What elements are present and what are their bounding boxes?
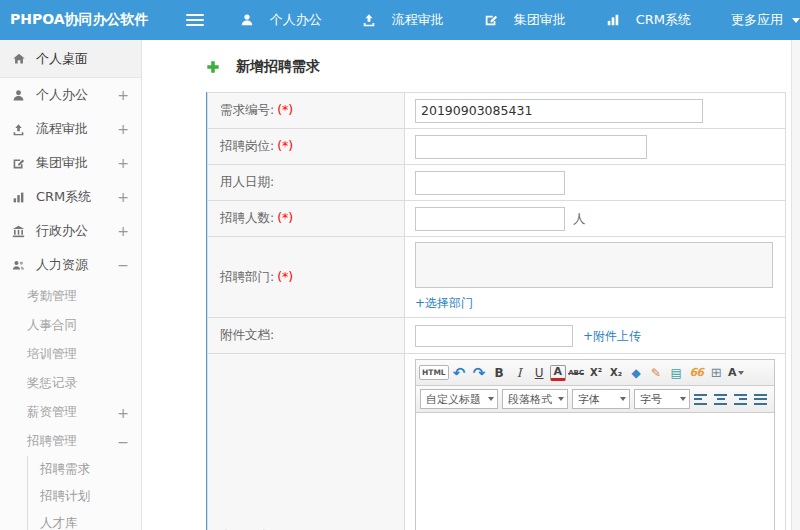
topbar: PHPOA协同办公软件 个人办公 流程审批 集团审批 CRM系统 [0, 0, 800, 40]
vertical-scrollbar[interactable] [791, 40, 800, 530]
sidebar-item-desktop[interactable]: 个人桌面 [0, 40, 141, 78]
sidebar-item-label: 流程审批 [36, 120, 88, 138]
font-size-dropdown[interactable]: 字号 [634, 389, 690, 409]
sidebar-item-recruit-plan[interactable]: 招聘计划 [28, 483, 141, 510]
sidebar-item-workflow-approval[interactable]: 流程审批 + [0, 112, 141, 146]
collapse-icon[interactable]: − [117, 434, 129, 450]
superscript-button[interactable]: X² [587, 363, 606, 383]
department-textarea[interactable] [415, 242, 773, 288]
chevron-down-icon [792, 18, 800, 23]
sidebar-item-recruitment[interactable]: 招聘管理 − [0, 427, 141, 456]
font-family-dropdown[interactable]: 字体 [572, 389, 630, 409]
select-department-link[interactable]: +选择部门 [415, 295, 775, 312]
sidebar-item-recruit-request[interactable]: 招聘需求 [28, 456, 141, 483]
expand-icon[interactable]: + [117, 155, 129, 171]
paragraph-format-dropdown[interactable]: 段落格式 [502, 389, 568, 409]
sidebar-item-label: 行政办公 [36, 222, 88, 240]
page-title: 新增招聘需求 [206, 58, 786, 76]
sidebar-item-personal-office[interactable]: 个人办公 + [0, 78, 141, 112]
expand-icon[interactable]: + [117, 189, 129, 205]
chevron-down-icon [738, 371, 744, 375]
recruitment-submenu: 招聘需求 招聘计划 人才库 [27, 456, 141, 530]
editor-content[interactable] [416, 413, 774, 530]
italic-button[interactable]: I [510, 363, 529, 383]
people-icon [12, 259, 27, 272]
underline-button[interactable]: U [530, 363, 549, 383]
page-title-text: 新增招聘需求 [236, 58, 320, 76]
required-mark: (*) [277, 138, 293, 153]
position-input[interactable] [415, 135, 647, 159]
attachment-upload-link[interactable]: +附件上传 [583, 329, 641, 343]
sidebar-item-salary[interactable]: 薪资管理 + [0, 398, 141, 427]
field-label: 用人日期: [208, 165, 405, 201]
nav-personal-office[interactable]: 个人办公 [240, 11, 322, 29]
field-label: 招聘部门:(*) [208, 237, 405, 318]
sidebar-item-hr[interactable]: 人力资源 − [0, 248, 141, 282]
collapse-icon[interactable]: − [117, 257, 129, 273]
sidebar-item-label: 薪资管理 [27, 404, 77, 421]
workflow-icon [362, 13, 376, 27]
align-right-icon[interactable] [734, 394, 747, 405]
subscript-button[interactable]: X₂ [607, 363, 626, 383]
sidebar-item-label: 个人桌面 [36, 50, 88, 68]
align-center-icon[interactable] [714, 394, 727, 405]
nav-crm-system[interactable]: CRM系统 [606, 11, 691, 29]
sidebar: 个人桌面 个人办公 + 流程审批 + 集团审批 + [0, 40, 142, 530]
nav-more-apps[interactable]: 更多应用 [731, 11, 800, 29]
home-icon [12, 52, 27, 66]
edit-square-icon [484, 13, 498, 27]
sidebar-item-label: 培训管理 [27, 346, 77, 363]
sidebar-item-attendance[interactable]: 考勤管理 [0, 282, 141, 311]
required-mark: (*) [277, 269, 293, 284]
sidebar-item-label: 招聘计划 [40, 488, 90, 505]
table-button[interactable]: ⊞ [707, 363, 726, 383]
headcount-input[interactable] [415, 207, 565, 231]
expand-icon[interactable]: + [117, 87, 129, 103]
align-left-icon[interactable] [694, 394, 707, 405]
font-color-button[interactable]: A [550, 365, 566, 381]
alignment-buttons [694, 394, 767, 405]
expand-icon[interactable]: + [117, 121, 129, 137]
sidebar-item-hr-contract[interactable]: 人事合同 [0, 311, 141, 340]
fill-color-button[interactable]: ▤ [667, 363, 686, 383]
unit-label: 人 [573, 211, 586, 226]
hamburger-menu-icon[interactable] [186, 14, 204, 26]
user-icon [240, 13, 254, 27]
blockquote-button[interactable]: 66 [687, 363, 706, 383]
form-row-position: 招聘岗位:(*) [208, 129, 786, 165]
format-brush-button[interactable]: ✎ [647, 363, 666, 383]
bar-chart-icon [12, 191, 27, 204]
strikethrough-button[interactable]: ABC [567, 363, 586, 383]
chevron-down-icon [680, 397, 686, 401]
sidebar-item-label: 人力资源 [36, 256, 88, 274]
expand-icon[interactable]: + [117, 223, 129, 239]
hire-date-input[interactable] [415, 171, 565, 195]
nav-label: 更多应用 [731, 11, 783, 29]
nav-group-approval[interactable]: 集团审批 [484, 11, 566, 29]
bar-chart-icon [606, 13, 620, 27]
custom-title-dropdown[interactable]: 自定义标题 [420, 389, 498, 409]
chevron-down-icon [558, 397, 564, 401]
sidebar-item-talent-pool[interactable]: 人才库 [28, 510, 141, 530]
eraser-button[interactable]: ◆ [627, 363, 646, 383]
sidebar-item-crm[interactable]: CRM系统 + [0, 180, 141, 214]
undo-button[interactable]: ↶ [450, 363, 469, 383]
sidebar-item-group-approval[interactable]: 集团审批 + [0, 146, 141, 180]
sidebar-item-label: 招聘管理 [27, 433, 77, 450]
bold-button[interactable]: B [490, 363, 509, 383]
redo-button[interactable]: ↷ [470, 363, 489, 383]
sidebar-item-training[interactable]: 培训管理 [0, 340, 141, 369]
form-row-headcount: 招聘人数:(*) 人 [208, 201, 786, 237]
align-justify-icon[interactable] [754, 394, 767, 405]
editor-toolbar-row2: 自定义标题 段落格式 字体 字号 [416, 386, 774, 413]
sidebar-item-admin-office[interactable]: 行政办公 + [0, 214, 141, 248]
form-row-department: 招聘部门:(*) +选择部门 [208, 237, 786, 318]
expand-icon[interactable]: + [117, 405, 129, 421]
font-size-button[interactable]: A [727, 363, 746, 383]
sidebar-item-rewards[interactable]: 奖惩记录 [0, 369, 141, 398]
html-source-button[interactable]: HTML [419, 365, 449, 380]
sidebar-item-label: 集团审批 [36, 154, 88, 172]
nav-workflow-approval[interactable]: 流程审批 [362, 11, 444, 29]
request-number-input[interactable] [415, 99, 703, 123]
attachment-input[interactable] [415, 325, 573, 347]
